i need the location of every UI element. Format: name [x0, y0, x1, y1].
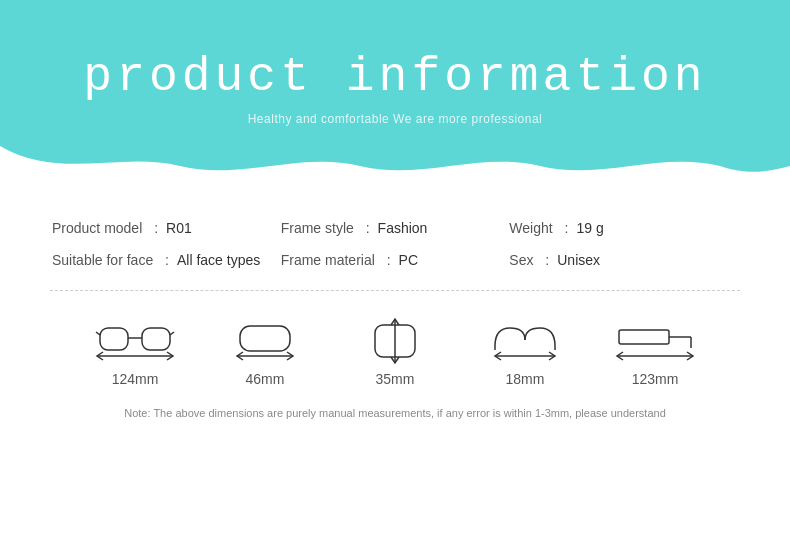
spec-weight: Weight : 19 g [509, 220, 738, 236]
dimension-value-0: 124mm [112, 371, 159, 387]
dimension-value-3: 18mm [506, 371, 545, 387]
svg-rect-14 [619, 330, 669, 344]
svg-rect-2 [142, 328, 170, 350]
dimension-value-2: 35mm [376, 371, 415, 387]
spec-value-sex: Unisex [557, 252, 600, 268]
specs-row-1: Product model : R01 Frame style : Fashio… [52, 212, 738, 244]
dimension-lens-height: 35mm [355, 318, 435, 387]
divider [50, 290, 740, 291]
dimension-bridge: 18mm [485, 318, 565, 387]
page-title: product information [83, 50, 706, 104]
spec-value-model: R01 [166, 220, 192, 236]
specs-table: Product model : R01 Frame style : Fashio… [50, 210, 740, 278]
spec-frame-style: Frame style : Fashion [281, 220, 510, 236]
spec-label-model: Product model [52, 220, 142, 236]
note-text: Note: The above dimensions are purely ma… [50, 407, 740, 419]
spec-value-weight: 19 g [576, 220, 603, 236]
dimension-lens-width: 124mm [95, 318, 175, 387]
dimension-value-4: 123mm [632, 371, 679, 387]
spec-label-weight: Weight [509, 220, 552, 236]
spec-value-material: PC [399, 252, 418, 268]
dimension-single-lens-width: 46mm [225, 318, 305, 387]
spec-label-material: Frame material [281, 252, 375, 268]
dimension-temple: 123mm [615, 318, 695, 387]
spec-label-face: Suitable for face [52, 252, 153, 268]
spec-value-frame-style: Fashion [378, 220, 428, 236]
lens-width-icon [95, 318, 175, 363]
temple-icon [615, 318, 695, 363]
svg-rect-1 [100, 328, 128, 350]
spec-face: Suitable for face : All face types [52, 252, 281, 268]
svg-line-4 [96, 332, 100, 335]
lens-height-icon [355, 318, 435, 363]
svg-line-5 [170, 332, 174, 335]
spec-product-model: Product model : R01 [52, 220, 281, 236]
spec-label-sex: Sex [509, 252, 533, 268]
content-area: Product model : R01 Frame style : Fashio… [0, 185, 790, 434]
dimensions-row: 124mm 46mm [50, 303, 740, 397]
spec-label-frame-style: Frame style [281, 220, 354, 236]
header-subtitle: Healthy and comfortable We are more prof… [248, 112, 543, 126]
bridge-icon [485, 318, 565, 363]
wave-decoration [0, 146, 790, 186]
single-lens-width-icon [225, 318, 305, 363]
specs-row-2: Suitable for face : All face types Frame… [52, 244, 738, 276]
spec-value-face: All face types [177, 252, 260, 268]
spec-sex: Sex : Unisex [509, 252, 738, 268]
spec-material: Frame material : PC [281, 252, 510, 268]
svg-rect-7 [240, 326, 290, 351]
header: product information Healthy and comforta… [0, 0, 790, 185]
dimension-value-1: 46mm [246, 371, 285, 387]
